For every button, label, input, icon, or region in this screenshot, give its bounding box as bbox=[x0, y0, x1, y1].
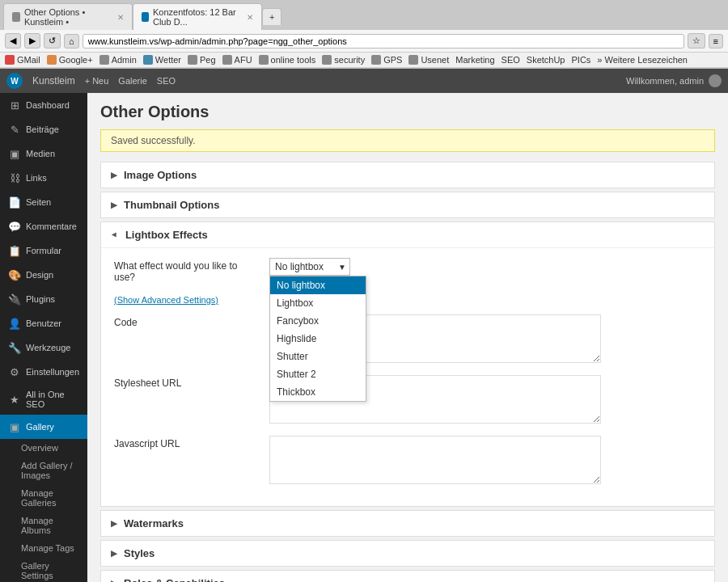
sidebar-subitem-manage-tags[interactable]: Manage Tags bbox=[0, 539, 87, 557]
field-stylesheet-row: Stylesheet URL bbox=[114, 375, 701, 426]
formular-icon: 📋 bbox=[8, 244, 21, 257]
accordion-roles-label: Roles & Capabilities bbox=[124, 577, 225, 582]
bookmark-onlinetools[interactable]: online tools bbox=[259, 55, 316, 65]
accordion-thumbnail-options-label: Thumbnail Options bbox=[124, 199, 219, 211]
lightbox-option-shutter[interactable]: Shutter bbox=[270, 348, 366, 365]
advanced-settings-link[interactable]: (Show Advanced Settings) bbox=[114, 295, 260, 305]
accordion-image-options-arrow: ▶ bbox=[111, 171, 117, 179]
sidebar-subitem-manage-albums[interactable]: Manage Albums bbox=[0, 512, 87, 539]
address-bar[interactable] bbox=[83, 34, 684, 48]
topbar-site-name[interactable]: Kunstleim bbox=[32, 75, 75, 86]
tab-2[interactable]: Konzentfotos: 12 Bar Club D... ✕ bbox=[133, 3, 262, 30]
bookmark-wetter[interactable]: Wetter bbox=[143, 55, 181, 65]
sidebar-item-seiten[interactable]: 📄 Seiten bbox=[0, 190, 87, 214]
new-tab-btn[interactable]: + bbox=[262, 8, 281, 25]
sidebar-item-formular[interactable]: 📋 Formular bbox=[0, 238, 87, 263]
accordion-thumbnail-options-header[interactable]: ▶ Thumbnail Options bbox=[101, 192, 714, 217]
beitraege-icon: ✎ bbox=[8, 123, 21, 136]
bookmark-marketing[interactable]: Marketing bbox=[455, 55, 494, 65]
topbar-right: Willkommen, admin bbox=[626, 74, 722, 87]
page-title: Other Options bbox=[100, 103, 715, 121]
lightbox-option-no-lightbox[interactable]: No lightbox bbox=[270, 276, 366, 294]
accordion-styles: ▶ Styles bbox=[100, 540, 715, 567]
sidebar-item-beitraege[interactable]: ✎ Beiträge bbox=[0, 117, 87, 141]
sidebar-item-design[interactable]: 🎨 Design bbox=[0, 263, 87, 287]
sidebar-item-einstellungen[interactable]: ⚙ Einstellungen bbox=[0, 360, 87, 384]
lightbox-option-fancybox[interactable]: Fancybox bbox=[270, 312, 366, 330]
sidebar-item-plugins[interactable]: 🔌 Plugins bbox=[0, 287, 87, 311]
bookmark-button[interactable]: ☆ bbox=[688, 33, 705, 48]
lightbox-option-highslide[interactable]: Highslide bbox=[270, 330, 366, 348]
kommentare-icon: 💬 bbox=[8, 220, 21, 233]
bookmark-usenet[interactable]: Usenet bbox=[408, 55, 449, 65]
sidebar-item-werkzeuge[interactable]: 🔧 Werkzeuge bbox=[0, 335, 87, 360]
design-icon: 🎨 bbox=[8, 268, 21, 281]
benutzer-icon: 👤 bbox=[8, 317, 21, 330]
effect-control: No lightbox ▼ No lightbox Lightbox Fancy… bbox=[269, 258, 701, 276]
bookmark-pics[interactable]: PICs bbox=[572, 55, 591, 65]
links-icon: ⛓ bbox=[8, 171, 21, 184]
sidebar-item-allinone[interactable]: ★ All in One SEO bbox=[0, 384, 87, 415]
tab-1-close[interactable]: ✕ bbox=[117, 13, 124, 22]
accordion-image-options-header[interactable]: ▶ Image Options bbox=[101, 162, 714, 188]
accordion-watermarks: ▶ Watermarks bbox=[100, 510, 715, 537]
sidebar-item-links[interactable]: ⛓ Links bbox=[0, 166, 87, 190]
accordion-styles-header[interactable]: ▶ Styles bbox=[101, 541, 714, 566]
field-code-row: Code bbox=[114, 314, 701, 365]
sidebar-subitem-add-gallery[interactable]: Add Gallery / Images bbox=[0, 457, 87, 484]
wp-main-content: Other Options Saved successfully. ▶ Imag… bbox=[87, 93, 728, 582]
lightbox-option-lightbox[interactable]: Lightbox bbox=[270, 294, 366, 312]
forward-button[interactable]: ▶ bbox=[24, 33, 40, 48]
lightbox-option-thickbox[interactable]: Thickbox bbox=[270, 383, 366, 401]
javascript-textarea[interactable] bbox=[269, 436, 601, 484]
notice-saved: Saved successfully. bbox=[100, 129, 715, 152]
sidebar-item-benutzer[interactable]: 👤 Benutzer bbox=[0, 311, 87, 335]
topbar-avatar[interactable] bbox=[709, 74, 722, 87]
bookmark-admin[interactable]: Admin bbox=[99, 55, 137, 65]
accordion-lightbox-effects-header[interactable]: ▼ Lightbox Effects bbox=[101, 222, 714, 247]
tab-2-label: Konzentfotos: 12 Bar Club D... bbox=[153, 7, 243, 27]
sidebar-item-gallery[interactable]: ▣ Gallery bbox=[0, 415, 87, 439]
sidebar-item-medien[interactable]: ▣ Medien bbox=[0, 141, 87, 166]
bookmark-gmail[interactable]: GMail bbox=[5, 55, 40, 65]
tab-1-label: Other Options • Kunstleim • bbox=[24, 7, 113, 27]
accordion-watermarks-header[interactable]: ▶ Watermarks bbox=[101, 511, 714, 536]
sidebar-item-kommentare[interactable]: 💬 Kommentare bbox=[0, 214, 87, 238]
sidebar-subitem-overview[interactable]: Overview bbox=[0, 439, 87, 457]
lightbox-option-shutter2[interactable]: Shutter 2 bbox=[270, 365, 366, 383]
bookmark-googleplus[interactable]: Google+ bbox=[47, 55, 93, 65]
home-button[interactable]: ⌂ bbox=[64, 34, 79, 48]
accordion-roles: ▶ Roles & Capabilities bbox=[100, 570, 715, 582]
topbar-new[interactable]: + Neu bbox=[85, 76, 109, 86]
gallery-icon: ▣ bbox=[8, 420, 21, 433]
back-button[interactable]: ◀ bbox=[5, 33, 21, 48]
sidebar-subitem-manage-galleries[interactable]: Manage Galleries bbox=[0, 484, 87, 512]
bookmark-sketchup[interactable]: SketchUp bbox=[527, 55, 565, 65]
bookmark-gps[interactable]: GPS bbox=[371, 55, 402, 65]
lightbox-current-value: No lightbox bbox=[275, 261, 324, 272]
tab-bar: Other Options • Kunstleim • ✕ Konzentfot… bbox=[0, 0, 728, 30]
bookmark-peg[interactable]: Peg bbox=[188, 55, 216, 65]
sidebar-item-dashboard[interactable]: ⊞ Dashboard bbox=[0, 93, 87, 117]
topbar-seo[interactable]: SEO bbox=[157, 76, 176, 86]
sidebar-subitem-gallery-settings[interactable]: Gallery Settings bbox=[0, 557, 87, 582]
bookmark-weitere[interactable]: » Weitere Lesezeichen bbox=[597, 55, 688, 65]
topbar-galerie[interactable]: Galerie bbox=[118, 76, 146, 86]
accordion-roles-header[interactable]: ▶ Roles & Capabilities bbox=[101, 571, 714, 582]
wp-body: ⊞ Dashboard ✎ Beiträge ▣ Medien ⛓ Links … bbox=[0, 93, 728, 582]
accordion-lightbox-effects: ▼ Lightbox Effects What effect would you… bbox=[100, 221, 715, 507]
field-effect-row: What effect would you like to use? No li… bbox=[114, 258, 701, 283]
refresh-button[interactable]: ↺ bbox=[44, 33, 61, 48]
lightbox-dropdown[interactable]: No lightbox ▼ No lightbox Lightbox Fancy… bbox=[269, 258, 350, 276]
bookmarks-bar: GMail Google+ Admin Wetter Peg AFU onlin… bbox=[0, 53, 728, 68]
lightbox-select-display[interactable]: No lightbox ▼ bbox=[269, 258, 350, 276]
tab-1[interactable]: Other Options • Kunstleim • ✕ bbox=[3, 3, 133, 30]
accordion-styles-label: Styles bbox=[124, 547, 154, 559]
accordion-thumbnail-options-arrow: ▶ bbox=[111, 200, 117, 209]
bookmark-seo[interactable]: SEO bbox=[502, 55, 520, 65]
bookmark-afu[interactable]: AFU bbox=[222, 55, 252, 65]
dashboard-icon: ⊞ bbox=[8, 99, 21, 112]
tab-2-close[interactable]: ✕ bbox=[247, 13, 253, 22]
bookmark-security[interactable]: security bbox=[322, 55, 365, 65]
menu-button[interactable]: ≡ bbox=[709, 34, 723, 48]
